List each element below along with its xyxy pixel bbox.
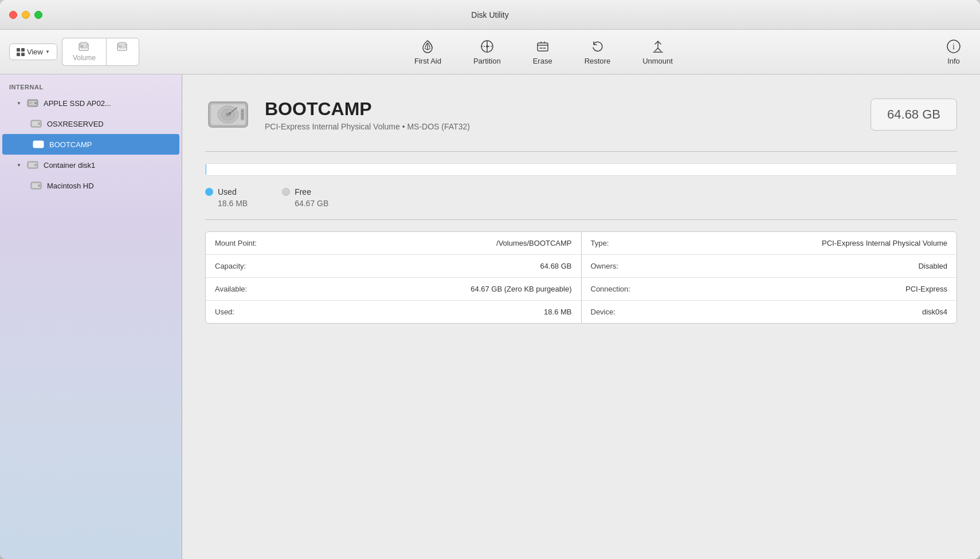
partition-button[interactable]: Partition xyxy=(464,35,510,69)
svg-rect-38 xyxy=(242,116,243,118)
svg-rect-37 xyxy=(242,113,243,115)
connection-label: Connection: xyxy=(591,285,648,293)
volume-header: BOOTCAMP PCI-Express Internal Physical V… xyxy=(205,92,957,137)
free-label: Free xyxy=(295,187,311,196)
info-col-left: Mount Point: /Volumes/BOOTCAMP Capacity:… xyxy=(206,232,582,323)
available-label: Available: xyxy=(215,285,272,293)
available-value: 64.67 GB (Zero KB purgeable) xyxy=(277,285,572,293)
expand-triangle-icon: ▼ xyxy=(16,100,22,106)
toolbar: View ▼ Volume xyxy=(0,30,980,74)
svg-point-34 xyxy=(229,112,231,115)
free-dot xyxy=(282,188,290,196)
toolbar-center: First Aid Partition Erase xyxy=(151,35,936,69)
info-row-connection: Connection: PCI-Express xyxy=(582,278,957,301)
main-area: Internal ▼ APPLE SSD AP02... xyxy=(0,74,980,559)
restore-label: Restore xyxy=(585,57,611,65)
free-header: Free xyxy=(282,187,328,196)
used-info-label: Used: xyxy=(215,308,272,316)
first-aid-button[interactable]: First Aid xyxy=(405,35,450,69)
usage-labels: Used 18.6 MB Free 64.67 GB xyxy=(205,187,957,208)
chevron-down-icon: ▼ xyxy=(45,49,50,54)
owners-label: Owners: xyxy=(591,262,648,270)
window-title: Disk Utility xyxy=(471,10,508,19)
toolbar-right: i Info xyxy=(936,35,971,69)
restore-icon xyxy=(589,38,605,54)
info-row-mount-point: Mount Point: /Volumes/BOOTCAMP xyxy=(206,232,581,255)
used-value: 18.6 MB xyxy=(205,199,248,208)
info-button[interactable]: i Info xyxy=(936,35,971,69)
divider-1 xyxy=(205,151,957,152)
sidebar-item-container-disk1[interactable]: ▼ Container disk1 xyxy=(0,155,182,175)
svg-text:i: i xyxy=(952,42,955,51)
unmount-icon xyxy=(650,38,666,54)
minimize-button[interactable] xyxy=(22,11,30,19)
sidebar-item-label: Container disk1 xyxy=(44,161,95,170)
sidebar-item-bootcamp[interactable]: BOOTCAMP xyxy=(2,134,179,155)
restore-button[interactable]: Restore xyxy=(575,35,620,69)
usage-bar xyxy=(205,163,957,176)
info-row-available: Available: 64.67 GB (Zero KB purgeable) xyxy=(206,278,581,301)
capacity-label: Capacity: xyxy=(215,262,272,270)
volume-remove-button[interactable]: ‎ xyxy=(106,38,139,66)
sidebar-item-macintosh-hd[interactable]: Macintosh HD xyxy=(0,175,182,196)
volume-subtitle: PCI-Express Internal Physical Volume • M… xyxy=(265,122,857,131)
sidebar-item-osxreserved[interactable]: OSXRESERVED xyxy=(0,113,182,134)
device-label: Device: xyxy=(591,308,648,316)
volume-size-badge: 64.68 GB xyxy=(871,99,957,131)
info-row-owners: Owners: Disabled xyxy=(582,255,957,278)
volume-add-icon xyxy=(79,42,90,52)
info-row-capacity: Capacity: 64.68 GB xyxy=(206,255,581,278)
main-window: Disk Utility View ▼ Volume xyxy=(0,0,980,559)
partition-label: Partition xyxy=(473,57,501,65)
volume-large-icon xyxy=(205,92,251,137)
svg-point-16 xyxy=(38,123,40,124)
svg-point-5 xyxy=(486,45,488,48)
volume-icon-bootcamp xyxy=(32,138,45,151)
erase-label: Erase xyxy=(533,57,552,65)
mount-point-value: /Volumes/BOOTCAMP xyxy=(277,239,572,247)
svg-point-20 xyxy=(41,144,42,145)
maximize-button[interactable] xyxy=(34,11,42,19)
svg-rect-6 xyxy=(538,43,548,51)
mount-point-label: Mount Point: xyxy=(215,239,272,247)
sidebar-item-apple-ssd[interactable]: ▼ APPLE SSD AP02... xyxy=(0,93,182,113)
sidebar-item-label: OSXRESERVED xyxy=(47,120,104,128)
unmount-label: Unmount xyxy=(642,57,673,65)
first-aid-label: First Aid xyxy=(414,57,441,65)
free-value: 64.67 GB xyxy=(282,199,328,208)
sidebar-item-label: APPLE SSD AP02... xyxy=(44,99,111,108)
toolbar-left: View ▼ Volume xyxy=(9,38,139,66)
info-label: Info xyxy=(947,57,960,65)
view-button[interactable]: View ▼ xyxy=(9,44,57,60)
title-bar: Disk Utility xyxy=(0,0,980,30)
unmount-button[interactable]: Unmount xyxy=(633,35,682,69)
volume-add-button[interactable]: Volume xyxy=(62,38,106,66)
connection-value: PCI-Express xyxy=(653,285,948,293)
svg-point-12 xyxy=(35,103,36,104)
content-area: BOOTCAMP PCI-Express Internal Physical V… xyxy=(182,74,980,559)
sidebar-section-label: Internal xyxy=(0,79,182,93)
volume-group: Volume ‎ xyxy=(62,38,139,66)
info-icon: i xyxy=(946,38,962,54)
svg-point-24 xyxy=(35,164,36,166)
used-info-value: 18.6 MB xyxy=(277,308,572,316)
sidebar-item-label: BOOTCAMP xyxy=(49,140,92,149)
info-col-right: Type: PCI-Express Internal Physical Volu… xyxy=(582,232,957,323)
volume-label: Volume xyxy=(73,54,96,62)
sidebar-item-label: Macintosh HD xyxy=(47,182,94,190)
partition-icon xyxy=(479,38,495,54)
view-grid-icon xyxy=(17,48,25,56)
used-dot xyxy=(205,188,213,196)
svg-rect-36 xyxy=(242,111,243,112)
free-label-group: Free 64.67 GB xyxy=(282,187,328,208)
divider-2 xyxy=(205,219,957,220)
svg-point-28 xyxy=(38,185,40,186)
info-table: Mount Point: /Volumes/BOOTCAMP Capacity:… xyxy=(205,231,957,324)
sidebar: Internal ▼ APPLE SSD AP02... xyxy=(0,74,182,559)
hard-drive-icon xyxy=(26,97,39,109)
container-disk-icon xyxy=(26,159,39,171)
erase-button[interactable]: Erase xyxy=(524,35,562,69)
used-label: Used xyxy=(218,187,237,196)
used-label-group: Used 18.6 MB xyxy=(205,187,248,208)
close-button[interactable] xyxy=(9,11,17,19)
